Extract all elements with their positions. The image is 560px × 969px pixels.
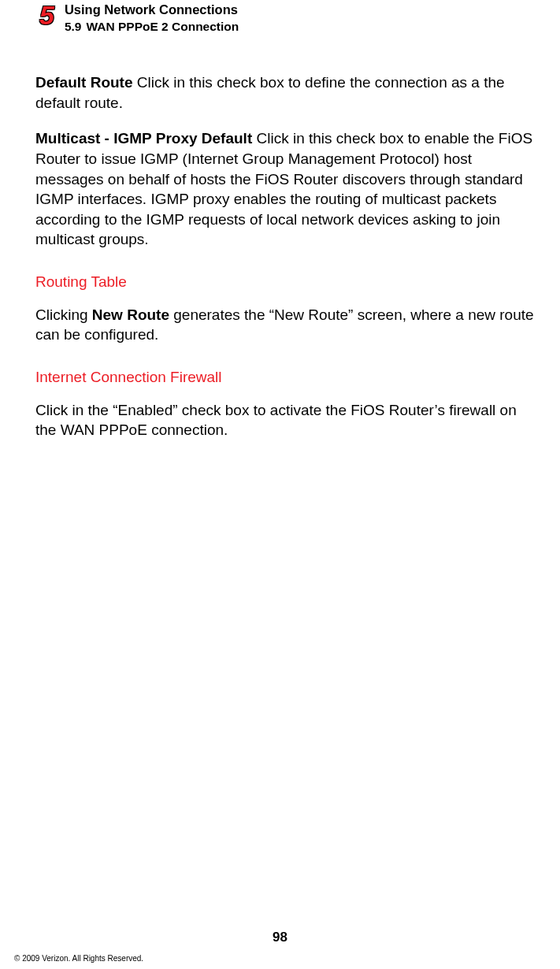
- text-multicast: Click in this check box to enable the Fi…: [35, 130, 532, 247]
- chapter-title: Using Network Connections: [65, 2, 239, 18]
- section-number: 5.9: [65, 20, 82, 33]
- heading-routing-table: Routing Table: [35, 272, 540, 292]
- term-new-route: New Route: [92, 306, 169, 323]
- text-firewall: Click in the “Enabled” check box to acti…: [35, 402, 517, 439]
- paragraph-default-route: Default Route Click in this check box to…: [35, 72, 540, 113]
- copyright: © 2009 Verizon. All Rights Reserved.: [14, 954, 143, 963]
- page-header: 5 Using Network Connections 5.9WAN PPPoE…: [39, 0, 544, 34]
- term-default-route: Default Route: [35, 74, 133, 91]
- page: 5 Using Network Connections 5.9WAN PPPoE…: [0, 0, 560, 969]
- term-multicast: Multicast - IGMP Proxy Default: [35, 130, 252, 147]
- chapter-number: 5: [39, 0, 65, 28]
- text-routing-pre: Clicking: [35, 306, 92, 323]
- page-number: 98: [0, 930, 560, 945]
- content: Default Route Click in this check box to…: [35, 72, 540, 456]
- header-titles: Using Network Connections 5.9WAN PPPoE 2…: [65, 0, 239, 34]
- section-title: WAN PPPoE 2 Connection: [86, 20, 239, 33]
- heading-firewall: Internet Connection Firewall: [35, 367, 540, 388]
- paragraph-multicast: Multicast - IGMP Proxy Default Click in …: [35, 128, 540, 250]
- paragraph-firewall: Click in the “Enabled” check box to acti…: [35, 400, 540, 440]
- section-line: 5.9WAN PPPoE 2 Connection: [65, 19, 239, 34]
- paragraph-routing-table: Clicking New Route generates the “New Ro…: [35, 305, 540, 345]
